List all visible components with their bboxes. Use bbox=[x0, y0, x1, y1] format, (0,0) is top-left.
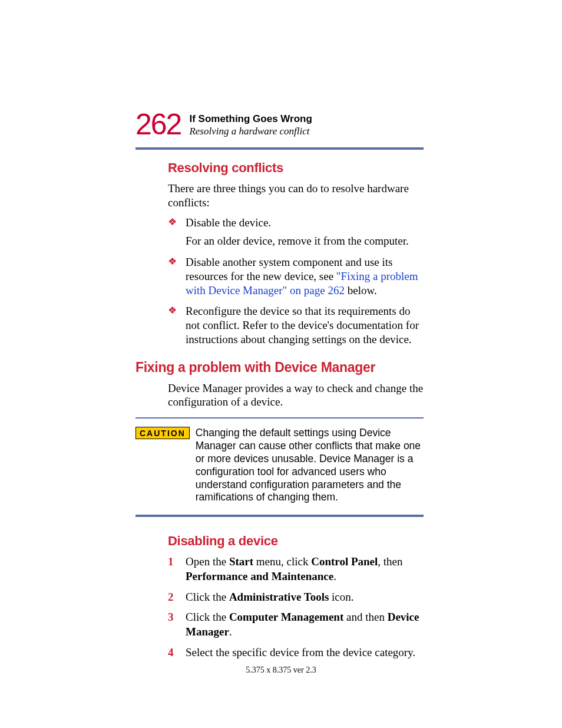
t-bold: Administrative Tools bbox=[229, 591, 329, 603]
page-number: 262 bbox=[135, 110, 181, 139]
t: menu, click bbox=[253, 555, 311, 568]
paragraph: Device Manager provides a way to check a… bbox=[168, 381, 424, 410]
t-bold: Performance and Maintenance bbox=[186, 570, 333, 582]
list-item: Open the Start menu, click Control Panel… bbox=[168, 555, 424, 584]
list-item-sub: For an older device, remove it from the … bbox=[186, 234, 424, 248]
heading-fixing-problem: Fixing a problem with Device Manager bbox=[135, 360, 424, 375]
caution-badge: CAUTION bbox=[135, 427, 190, 439]
list-item: Disable another system component and use… bbox=[168, 255, 424, 297]
list-item-text-post: below. bbox=[345, 284, 377, 297]
t: Select the specific device from the devi… bbox=[186, 646, 415, 658]
section-title: Resolving a hardware conflict bbox=[189, 125, 312, 138]
caution-block: CAUTION Changing the default settings us… bbox=[135, 427, 424, 504]
t-bold: Computer Management bbox=[229, 611, 343, 623]
t: Click the bbox=[186, 611, 229, 623]
bullet-list: Disable the device. For an older device,… bbox=[168, 216, 424, 347]
list-item: Click the Computer Management and then D… bbox=[168, 610, 424, 639]
heading-disabling-device: Disabling a device bbox=[168, 533, 424, 549]
t: Open the bbox=[186, 555, 229, 568]
t: . bbox=[333, 570, 336, 582]
t-bold: Control Panel bbox=[311, 555, 378, 568]
divider bbox=[135, 147, 424, 150]
footer-text: 5.375 x 8.375 ver 2.3 bbox=[0, 666, 562, 675]
divider bbox=[135, 417, 424, 419]
divider bbox=[135, 515, 424, 517]
list-item: Click the Administrative Tools icon. bbox=[168, 590, 424, 605]
paragraph: There are three things you can do to res… bbox=[168, 182, 424, 210]
page: 262 If Something Goes Wrong Resolving a … bbox=[0, 0, 562, 728]
caution-text: Changing the default settings using Devi… bbox=[196, 427, 424, 504]
list-item-text: Disable the device. bbox=[186, 216, 271, 229]
t-bold: Start bbox=[229, 555, 253, 568]
t: Click the bbox=[186, 591, 229, 603]
list-item: Disable the device. For an older device,… bbox=[168, 216, 424, 249]
t: , then bbox=[378, 555, 402, 568]
t: icon. bbox=[329, 591, 353, 603]
numbered-list: Open the Start menu, click Control Panel… bbox=[168, 555, 424, 660]
list-item-text: Reconfigure the device so that its requi… bbox=[186, 305, 419, 345]
header-titles: If Something Goes Wrong Resolving a hard… bbox=[189, 112, 312, 138]
list-item: Reconfigure the device so that its requi… bbox=[168, 304, 424, 346]
chapter-title: If Something Goes Wrong bbox=[189, 113, 312, 125]
list-item: Select the specific device from the devi… bbox=[168, 645, 424, 660]
heading-resolving-conflicts: Resolving conflicts bbox=[168, 160, 424, 176]
page-header: 262 If Something Goes Wrong Resolving a … bbox=[135, 112, 424, 139]
t: and then bbox=[343, 611, 387, 623]
t: . bbox=[229, 625, 232, 638]
